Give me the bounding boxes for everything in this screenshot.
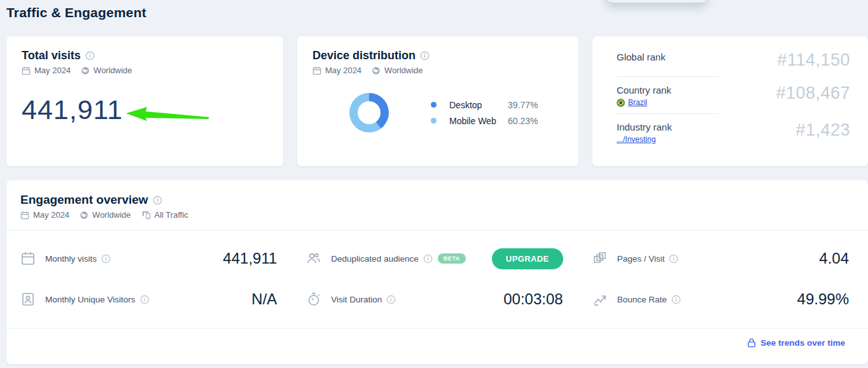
industry-rank-row: Industry rank .../Investing #1,423 <box>617 120 850 144</box>
calendar-icon <box>312 66 321 75</box>
info-icon[interactable] <box>386 295 396 304</box>
metric-label: Visit Duration <box>331 295 382 304</box>
lock-icon <box>747 338 756 348</box>
cut-off-element-shadow <box>606 0 708 3</box>
desktop-dot-icon <box>431 102 437 108</box>
country-rank-value: #108,467 <box>776 83 850 103</box>
metric-value: 49.99% <box>797 290 849 308</box>
info-icon[interactable] <box>153 195 162 205</box>
bounce-rate-icon <box>592 292 608 307</box>
metric-label: Monthly Unique Visitors <box>45 295 136 304</box>
calendar-icon <box>22 66 31 75</box>
total-visits-card: Total visits May 2024 Worldwide 441,911 <box>6 36 283 166</box>
engagement-metrics-grid: Monthly visits 441,911 Deduplicated audi… <box>20 238 849 320</box>
donut-hole <box>358 101 381 124</box>
country-rank-row: Country rank Brazil #108,467 <box>617 83 850 107</box>
global-rank-value: #114,150 <box>777 50 850 70</box>
total-visits-title: Total visits <box>22 49 81 62</box>
global-rank-label: Global rank <box>617 50 726 62</box>
upgrade-button[interactable]: UPGRADE <box>492 248 563 269</box>
globe-icon <box>80 211 88 220</box>
metric-label: Monthly visits <box>45 254 97 264</box>
legend-item-desktop: Desktop 39.77% <box>431 100 538 110</box>
device-donut-chart <box>349 93 389 132</box>
legend-value: 39.77% <box>508 100 538 110</box>
country-rank-link[interactable]: Brazil <box>628 98 647 107</box>
top-cards-row: Total visits May 2024 Worldwide 441,911 … <box>6 36 868 166</box>
total-visits-date: May 2024 <box>34 66 71 75</box>
engagement-region: Worldwide <box>92 210 130 220</box>
rank-card: Global rank #114,150 Country rank Brazil… <box>592 36 868 166</box>
pages-icon <box>592 251 608 266</box>
engagement-traffic-filter: All Traffic <box>155 210 188 220</box>
device-distribution-date: May 2024 <box>325 66 361 75</box>
legend-label: Mobile Web <box>449 116 505 126</box>
info-icon[interactable] <box>85 51 95 60</box>
metric-value: 441,911 <box>223 250 277 267</box>
device-legend: Desktop 39.77% Mobile Web 60.23% <box>431 100 538 126</box>
total-visits-region: Worldwide <box>94 66 132 75</box>
metric-value: 00:03:08 <box>503 290 563 308</box>
green-arrow-annotation <box>126 107 212 124</box>
info-icon[interactable] <box>671 295 681 304</box>
divider <box>617 76 718 77</box>
engagement-overview-title: Engagement overview <box>20 193 148 207</box>
all-traffic-icon <box>141 210 151 220</box>
page-title: Traffic & Engagement <box>6 5 146 20</box>
legend-value: 60.23% <box>508 116 538 126</box>
info-icon[interactable] <box>420 51 430 60</box>
engagement-footer: See trends over time <box>6 329 868 348</box>
metric-value: N/A <box>251 290 277 308</box>
globe-icon <box>81 66 90 75</box>
industry-rank-link[interactable]: .../Investing <box>617 135 655 144</box>
deduplicated-audience-metric: Deduplicated audience BETA UPGRADE <box>306 238 563 279</box>
unique-visitor-badge-icon <box>20 292 36 307</box>
bounce-rate-metric: Bounce Rate 49.99% <box>592 279 849 320</box>
brazil-flag-icon <box>617 99 625 107</box>
legend-label: Desktop <box>449 100 505 110</box>
divider <box>6 230 868 230</box>
calendar-metric-icon <box>20 251 36 266</box>
globe-icon <box>372 66 381 75</box>
metric-label: Deduplicated audience <box>331 254 418 264</box>
divider <box>617 113 718 114</box>
pages-per-visit-metric: Pages / Visit 4.04 <box>592 238 849 279</box>
info-icon[interactable] <box>423 254 433 264</box>
info-icon[interactable] <box>669 254 678 264</box>
industry-rank-value: #1,423 <box>795 120 850 140</box>
metric-label: Pages / Visit <box>617 254 665 264</box>
metric-value: 4.04 <box>819 250 849 267</box>
global-rank-row: Global rank #114,150 <box>617 50 850 70</box>
monthly-visits-metric: Monthly visits 441,911 <box>20 238 277 279</box>
metric-label: Bounce Rate <box>617 295 667 304</box>
info-icon[interactable] <box>101 254 111 264</box>
info-icon[interactable] <box>140 295 150 304</box>
device-distribution-title: Device distribution <box>312 49 416 62</box>
industry-rank-label: Industry rank <box>617 120 726 132</box>
see-trends-link[interactable]: See trends over time <box>760 338 845 348</box>
beta-badge: BETA <box>438 253 466 264</box>
calendar-icon <box>20 211 29 220</box>
device-distribution-region: Worldwide <box>384 66 423 75</box>
device-distribution-card: Device distribution May 2024 Worldwide <box>297 36 578 166</box>
visit-duration-metric: Visit Duration 00:03:08 <box>306 279 563 320</box>
engagement-date: May 2024 <box>33 210 69 220</box>
mobile-web-dot-icon <box>431 118 437 124</box>
monthly-unique-visitors-metric: Monthly Unique Visitors N/A <box>20 279 277 320</box>
audience-icon <box>306 251 321 266</box>
legend-item-mobile-web: Mobile Web 60.23% <box>431 116 538 126</box>
stopwatch-icon <box>306 292 321 307</box>
engagement-overview-card: Engagement overview May 2024 Worldwide A… <box>6 180 868 364</box>
country-rank-label: Country rank <box>617 83 726 96</box>
